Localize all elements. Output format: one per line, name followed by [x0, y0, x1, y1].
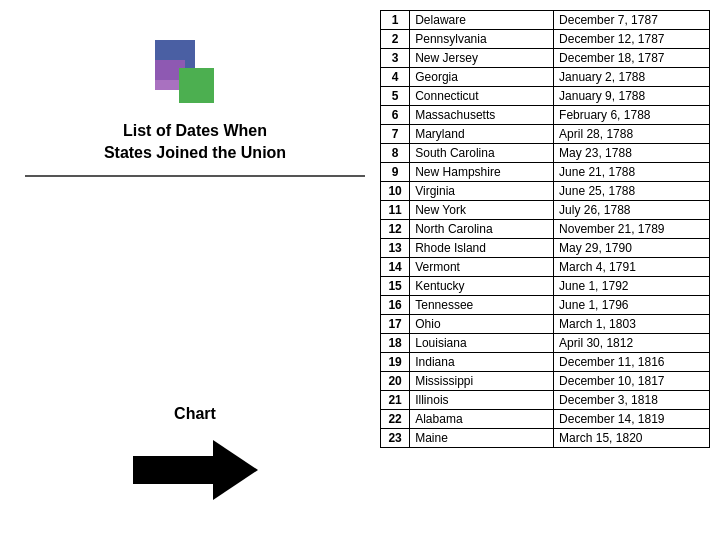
state-name: Connecticut: [410, 87, 554, 106]
row-number: 13: [381, 239, 410, 258]
table-row: 23MaineMarch 15, 1820: [381, 429, 710, 448]
state-name: Kentucky: [410, 277, 554, 296]
join-date: June 1, 1796: [554, 296, 710, 315]
row-number: 11: [381, 201, 410, 220]
state-name: Massachusetts: [410, 106, 554, 125]
join-date: November 21, 1789: [554, 220, 710, 239]
join-date: March 1, 1803: [554, 315, 710, 334]
table-row: 4GeorgiaJanuary 2, 1788: [381, 68, 710, 87]
join-date: January 9, 1788: [554, 87, 710, 106]
state-name: Ohio: [410, 315, 554, 334]
table-row: 12North CarolinaNovember 21, 1789: [381, 220, 710, 239]
join-date: December 11, 1816: [554, 353, 710, 372]
join-date: March 4, 1791: [554, 258, 710, 277]
table-row: 13Rhode IslandMay 29, 1790: [381, 239, 710, 258]
join-date: July 26, 1788: [554, 201, 710, 220]
state-name: South Carolina: [410, 144, 554, 163]
row-number: 10: [381, 182, 410, 201]
row-number: 17: [381, 315, 410, 334]
state-name: Georgia: [410, 68, 554, 87]
row-number: 19: [381, 353, 410, 372]
join-date: December 7, 1787: [554, 11, 710, 30]
state-name: Maine: [410, 429, 554, 448]
state-name: Vermont: [410, 258, 554, 277]
chart-section: Chart: [133, 405, 258, 500]
row-number: 2: [381, 30, 410, 49]
states-table: 1DelawareDecember 7, 17872PennsylvaniaDe…: [380, 10, 710, 448]
row-number: 1: [381, 11, 410, 30]
join-date: December 10, 1817: [554, 372, 710, 391]
join-date: April 30, 1812: [554, 334, 710, 353]
join-date: April 28, 1788: [554, 125, 710, 144]
join-date: March 15, 1820: [554, 429, 710, 448]
green-square: [179, 68, 214, 103]
table-row: 21IllinoisDecember 3, 1818: [381, 391, 710, 410]
row-number: 9: [381, 163, 410, 182]
row-number: 3: [381, 49, 410, 68]
state-name: New York: [410, 201, 554, 220]
row-number: 7: [381, 125, 410, 144]
join-date: May 29, 1790: [554, 239, 710, 258]
table-row: 16TennesseeJune 1, 1796: [381, 296, 710, 315]
left-panel: List of Dates When States Joined the Uni…: [0, 0, 390, 540]
table-row: 14VermontMarch 4, 1791: [381, 258, 710, 277]
join-date: June 21, 1788: [554, 163, 710, 182]
table-row: 2PennsylvaniaDecember 12, 1787: [381, 30, 710, 49]
arrow-head: [213, 440, 258, 500]
page-title: List of Dates When States Joined the Uni…: [25, 120, 365, 165]
state-name: Delaware: [410, 11, 554, 30]
state-name: Maryland: [410, 125, 554, 144]
table-row: 1DelawareDecember 7, 1787: [381, 11, 710, 30]
row-number: 12: [381, 220, 410, 239]
arrow-container: [133, 440, 258, 500]
join-date: January 2, 1788: [554, 68, 710, 87]
row-number: 16: [381, 296, 410, 315]
row-number: 4: [381, 68, 410, 87]
table-row: 8South CarolinaMay 23, 1788: [381, 144, 710, 163]
row-number: 21: [381, 391, 410, 410]
state-name: Pennsylvania: [410, 30, 554, 49]
table-row: 10VirginiaJune 25, 1788: [381, 182, 710, 201]
table-panel: 1DelawareDecember 7, 17872PennsylvaniaDe…: [380, 10, 710, 448]
table-row: 5ConnecticutJanuary 9, 1788: [381, 87, 710, 106]
row-number: 23: [381, 429, 410, 448]
join-date: June 25, 1788: [554, 182, 710, 201]
table-row: 7MarylandApril 28, 1788: [381, 125, 710, 144]
chart-label: Chart: [174, 405, 216, 423]
join-date: May 23, 1788: [554, 144, 710, 163]
logo-squares: [155, 40, 235, 110]
row-number: 14: [381, 258, 410, 277]
row-number: 6: [381, 106, 410, 125]
table-row: 6MassachusettsFebruary 6, 1788: [381, 106, 710, 125]
row-number: 15: [381, 277, 410, 296]
join-date: December 12, 1787: [554, 30, 710, 49]
state-name: Illinois: [410, 391, 554, 410]
table-row: 11New YorkJuly 26, 1788: [381, 201, 710, 220]
table-row: 22AlabamaDecember 14, 1819: [381, 410, 710, 429]
state-name: Louisiana: [410, 334, 554, 353]
row-number: 20: [381, 372, 410, 391]
state-name: Tennessee: [410, 296, 554, 315]
row-number: 5: [381, 87, 410, 106]
table-row: 3New JerseyDecember 18, 1787: [381, 49, 710, 68]
arrow-body: [133, 456, 213, 484]
table-row: 19IndianaDecember 11, 1816: [381, 353, 710, 372]
divider: [25, 175, 365, 177]
state-name: New Jersey: [410, 49, 554, 68]
state-name: Indiana: [410, 353, 554, 372]
state-name: New Hampshire: [410, 163, 554, 182]
row-number: 18: [381, 334, 410, 353]
table-row: 9New HampshireJune 21, 1788: [381, 163, 710, 182]
table-row: 18LouisianaApril 30, 1812: [381, 334, 710, 353]
table-row: 20MississippiDecember 10, 1817: [381, 372, 710, 391]
row-number: 8: [381, 144, 410, 163]
join-date: February 6, 1788: [554, 106, 710, 125]
table-row: 17OhioMarch 1, 1803: [381, 315, 710, 334]
state-name: North Carolina: [410, 220, 554, 239]
join-date: December 14, 1819: [554, 410, 710, 429]
logo-area: [25, 40, 365, 110]
table-row: 15KentuckyJune 1, 1792: [381, 277, 710, 296]
state-name: Virginia: [410, 182, 554, 201]
state-name: Alabama: [410, 410, 554, 429]
join-date: December 18, 1787: [554, 49, 710, 68]
